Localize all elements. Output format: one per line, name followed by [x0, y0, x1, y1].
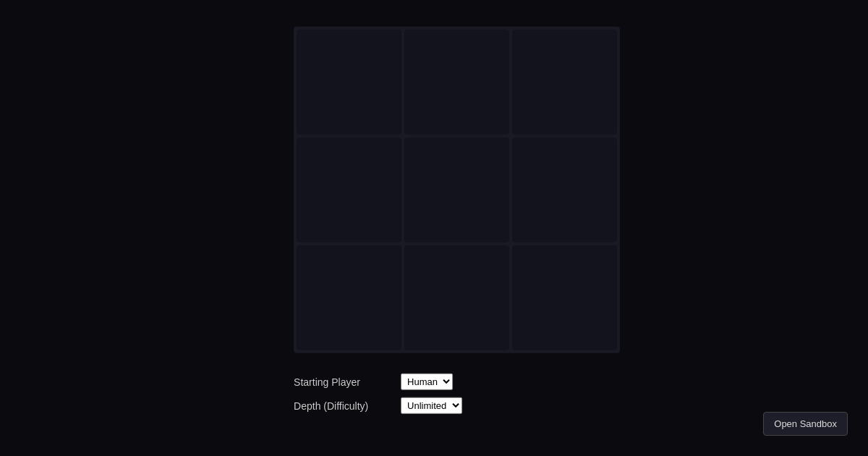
starting-player-row: Starting Player Human AI: [294, 373, 462, 390]
starting-player-label: Starting Player: [294, 376, 395, 387]
depth-select[interactable]: Unlimited 1 2 3 4 5: [401, 397, 462, 414]
board-cell-2[interactable]: [512, 30, 617, 135]
board-cell-6[interactable]: [297, 245, 401, 350]
main-container: Starting Player Human AI Depth (Difficul…: [294, 27, 620, 414]
board-cell-3[interactable]: [297, 138, 401, 242]
game-board: [294, 27, 620, 353]
board-cell-7[interactable]: [404, 245, 509, 350]
board-cell-5[interactable]: [512, 138, 617, 242]
board-cell-0[interactable]: [297, 30, 401, 135]
board-cell-8[interactable]: [512, 245, 617, 350]
starting-player-select[interactable]: Human AI: [401, 373, 453, 390]
depth-row: Depth (Difficulty) Unlimited 1 2 3 4 5: [294, 397, 462, 414]
board-cell-1[interactable]: [404, 30, 509, 135]
depth-label: Depth (Difficulty): [294, 400, 395, 411]
open-sandbox-button[interactable]: Open Sandbox: [763, 412, 848, 436]
controls-panel: Starting Player Human AI Depth (Difficul…: [294, 373, 462, 414]
board-cell-4[interactable]: [404, 138, 509, 242]
